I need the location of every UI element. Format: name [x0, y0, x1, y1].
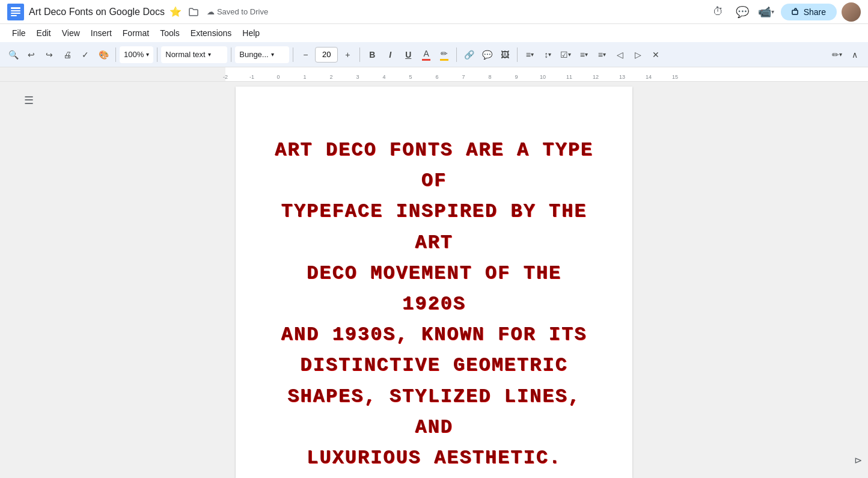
title-actions: ⭐ ☁ Saved to Drive	[168, 5, 268, 19]
zoom-select[interactable]: 100% ▾	[120, 46, 153, 63]
svg-rect-5	[792, 10, 798, 14]
indent-more-btn[interactable]: ▷	[629, 46, 646, 63]
svg-rect-4	[11, 15, 17, 16]
underline-btn[interactable]: U	[400, 46, 417, 63]
saved-badge: ☁ Saved to Drive	[207, 7, 268, 16]
history-icon[interactable]: ⏱	[709, 2, 728, 22]
image-btn[interactable]: 🖼	[497, 46, 513, 63]
menu-file[interactable]: File	[7, 27, 31, 39]
bold-btn[interactable]: B	[364, 46, 381, 63]
menu-view[interactable]: View	[57, 27, 85, 39]
doc-title: Art Deco Fonts on Google Docs	[29, 7, 165, 17]
comment-tb-btn[interactable]: 💬	[478, 46, 495, 63]
search-toolbar-btn[interactable]: 🔍	[5, 46, 22, 63]
undo-btn[interactable]: ↩	[23, 46, 40, 63]
docs-icon[interactable]	[7, 4, 24, 20]
menu-edit[interactable]: Edit	[32, 27, 56, 39]
title-bar: Art Deco Fonts on Google Docs ⭐ ☁ Saved …	[0, 0, 868, 24]
separator-2	[157, 47, 157, 62]
checklist-btn[interactable]: ☑ ▾	[557, 46, 574, 63]
font-select[interactable]: Bunge... ▾	[235, 46, 289, 63]
folder-icon[interactable]	[186, 5, 201, 19]
pencil-mode-btn[interactable]: ✏ ▾	[828, 46, 845, 63]
resize-handle[interactable]: ⊳	[854, 455, 862, 466]
spellcheck-btn[interactable]: ✓	[77, 46, 94, 63]
indent-less-btn[interactable]: ◁	[611, 46, 628, 63]
doc-line-4: AND 1930S, KNOWN FOR ITS	[272, 319, 596, 350]
separator-7	[517, 47, 518, 62]
redo-btn[interactable]: ↪	[41, 46, 58, 63]
ruler: -2 -1 0 1 2 3 4 5 6 7 8 9 10 11 12 13 14…	[0, 67, 868, 82]
main-area: ☰ ART DECO FONTS ARE A TYPE OF TYPEFACE …	[0, 82, 868, 478]
menu-help[interactable]: Help	[237, 27, 264, 39]
svg-rect-0	[7, 4, 24, 20]
meet-icon[interactable]: 📹 ▾	[757, 2, 776, 22]
doc-line-7: LUXURIOUS AESTHETIC.	[272, 443, 596, 473]
list-btn[interactable]: ≡ ▾	[575, 46, 592, 63]
text-color-btn[interactable]: A	[418, 46, 435, 63]
font-size-increase-btn[interactable]: +	[339, 46, 356, 63]
separator-3	[231, 47, 231, 62]
menu-tools[interactable]: Tools	[155, 27, 185, 39]
avatar[interactable]	[842, 2, 861, 22]
outline-icon[interactable]: ☰	[24, 94, 34, 107]
style-select[interactable]: Normal text ▾	[161, 46, 227, 63]
left-margin: ☰	[0, 82, 225, 478]
link-btn[interactable]: 🔗	[460, 46, 477, 63]
doc-line-3: DECO MOVEMENT OF THE 1920S	[272, 258, 596, 319]
svg-rect-2	[11, 10, 20, 11]
paint-format-btn[interactable]: 🎨	[95, 46, 112, 63]
separator-4	[293, 47, 293, 62]
menu-bar: File Edit View Insert Format Tools Exten…	[0, 24, 868, 42]
star-icon[interactable]: ⭐	[168, 5, 183, 19]
separator-1	[115, 47, 116, 62]
doc-line-2: TYPEFACE INSPIRED BY THE ART	[272, 196, 596, 257]
menu-insert[interactable]: Insert	[86, 27, 117, 39]
print-btn[interactable]: 🖨	[59, 46, 76, 63]
font-size-control: − +	[297, 46, 356, 63]
svg-rect-3	[11, 13, 20, 14]
ruler-left	[0, 67, 225, 81]
collapse-btn[interactable]: ∧	[846, 46, 863, 63]
font-size-input[interactable]	[315, 47, 338, 63]
menu-extensions[interactable]: Extensions	[186, 27, 236, 39]
doc-line-1: ART DECO FONTS ARE A TYPE OF	[272, 135, 596, 196]
clear-format-btn[interactable]: ✕	[647, 46, 664, 63]
comment-icon[interactable]: 💬	[733, 2, 752, 22]
doc-line-6: SHAPES, STYLIZED LINES, AND	[272, 381, 596, 443]
separator-6	[456, 47, 457, 62]
svg-rect-1	[11, 7, 20, 9]
line-spacing-btn[interactable]: ↕ ▾	[539, 46, 556, 63]
separator-5	[359, 47, 360, 62]
highlight-btn[interactable]: ✏	[436, 46, 453, 63]
right-margin: ⊳	[643, 82, 868, 478]
font-size-decrease-btn[interactable]: −	[297, 46, 314, 63]
share-button[interactable]: Share	[781, 4, 837, 20]
page-area[interactable]: ART DECO FONTS ARE A TYPE OF TYPEFACE IN…	[225, 82, 643, 478]
toolbar: 🔍 ↩ ↪ 🖨 ✓ 🎨 100% ▾ Normal text ▾ Bunge..…	[0, 42, 868, 67]
numbered-list-btn[interactable]: ≡ ▾	[593, 46, 610, 63]
document-content: ART DECO FONTS ARE A TYPE OF TYPEFACE IN…	[272, 135, 596, 473]
align-btn[interactable]: ≡ ▾	[521, 46, 538, 63]
ruler-main: -2 -1 0 1 2 3 4 5 6 7 8 9 10 11 12 13 14…	[225, 67, 868, 81]
italic-btn[interactable]: I	[382, 46, 399, 63]
doc-line-5: DISTINCTIVE GEOMETRIC	[272, 350, 596, 381]
menu-format[interactable]: Format	[118, 27, 154, 39]
header-right: ⏱ 💬 📹 ▾ Share	[709, 2, 861, 22]
document-page[interactable]: ART DECO FONTS ARE A TYPE OF TYPEFACE IN…	[236, 87, 632, 478]
